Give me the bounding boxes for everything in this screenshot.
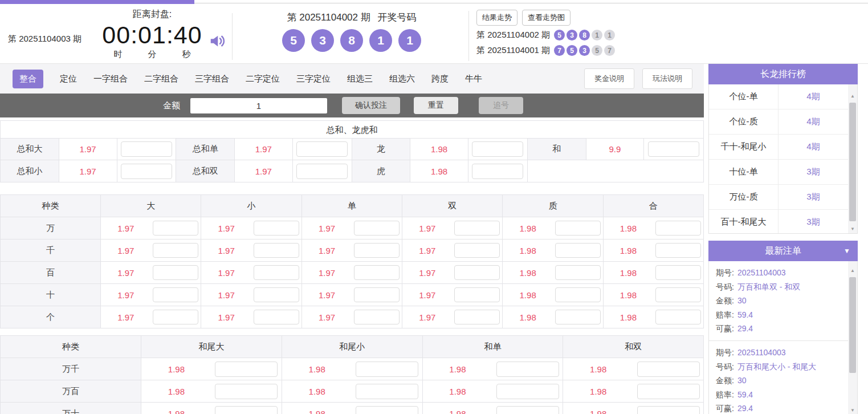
play-tab[interactable]: 一字组合 [93,70,128,88]
bet-amount-input[interactable] [454,310,500,324]
odds-value: 1.98 [604,306,654,328]
bet-amount-input[interactable] [354,243,400,258]
bet-amount-input[interactable] [354,310,400,324]
bet-amount-input[interactable] [496,406,559,414]
bet-amount-input[interactable] [496,384,559,399]
odds-value: 1.98 [410,160,468,182]
scroll-up-icon[interactable]: ▲ [848,266,857,275]
bet-amount-input[interactable] [153,265,198,280]
bet-amount-input[interactable] [254,310,299,324]
bet-amount-input[interactable] [296,141,348,157]
play-tab[interactable]: 定位 [60,70,77,88]
speaker-icon[interactable] [209,33,226,50]
bet-amount-input[interactable] [215,362,278,377]
bet-amount-input[interactable] [356,362,418,377]
bet-amount-input[interactable] [637,406,700,414]
scrollbar-thumb[interactable] [849,103,856,221]
scroll-down-icon[interactable]: ▼ [848,224,857,233]
bet-amount-input[interactable] [215,384,278,399]
bet-amount-input[interactable] [354,221,400,236]
bet-amount-input[interactable] [655,287,701,302]
column-header: 质 [503,195,603,217]
bet-amount-input[interactable] [121,141,172,157]
bet-amount-input[interactable] [153,243,198,258]
bet-amount-input[interactable] [354,287,400,302]
collapse-caret-icon[interactable]: ▼ [843,247,850,255]
orders-scrollbar[interactable]: ▲ ▼ [848,261,857,414]
play-tab[interactable]: 三字定位 [296,70,331,88]
bet-amount-input[interactable] [454,265,500,280]
bet-amount-input[interactable] [454,221,500,236]
odds-value: 1.98 [141,403,211,414]
scroll-up-icon[interactable]: ▲ [848,91,857,100]
bet-amount-input[interactable] [254,243,299,258]
order-field-label: 赔率: [716,308,734,322]
bet-amount-input[interactable] [472,164,523,179]
odds-cell: 1.98 [563,403,703,414]
bet-amount-input[interactable] [121,164,172,179]
bet-amount-input[interactable] [555,310,601,324]
bet-input-cell [211,358,282,380]
bet-amount-input[interactable] [655,221,701,236]
bet-amount-input[interactable] [153,287,198,302]
dragon-scrollbar[interactable]: ▲ ▼ [848,84,857,233]
bet-amount-input[interactable] [637,384,700,399]
table-header: 种类 和尾大 和尾小 和单 和双 [1,336,703,358]
bet-amount-input[interactable] [215,406,278,414]
bet-amount-input[interactable] [655,243,701,258]
bet-amount-input[interactable] [496,362,559,377]
play-tab[interactable]: 组选六 [389,70,415,88]
odds-value: 1.98 [503,240,553,261]
scrollbar-thumb[interactable] [849,277,856,373]
prize-info-button[interactable]: 奖金说明 [584,68,634,89]
bet-amount-input[interactable] [454,287,500,302]
bet-amount-input[interactable] [472,141,523,157]
bet-amount-input[interactable] [454,243,500,258]
bet-amount-input[interactable] [296,164,348,179]
play-tab[interactable]: 整合 [13,70,43,88]
bet-amount-input[interactable] [555,265,601,280]
bet-amount-input[interactable] [655,265,701,280]
play-tab[interactable]: 组选三 [347,70,373,88]
bet-amount-input[interactable] [356,384,418,399]
reset-button[interactable]: 重置 [414,97,458,114]
bet-amount-input[interactable] [254,221,299,236]
play-tab[interactable]: 三字组合 [195,70,229,88]
dragon-panel-title: 长龙排行榜 [708,64,858,84]
bet-amount-input[interactable] [655,310,701,324]
view-trend-chart-button[interactable]: 查看走势图 [522,10,570,26]
bet-amount-input[interactable] [648,141,699,157]
odds-value: 1.97 [402,217,453,239]
scroll-down-icon[interactable]: ▼ [848,405,857,414]
odds-value: 1.97 [201,240,251,261]
order-line: 可赢: 29.4 [716,322,848,336]
play-tab[interactable]: 二字定位 [246,70,280,88]
countdown-unit-second: 秒 [182,49,191,60]
bet-amount-input[interactable] [555,287,601,302]
history-panel: 结果走势 查看走势图 第 20251104002 期 5 3 8 1 1 [476,10,615,56]
odds-cell: 1.97 [201,262,301,283]
result-trend-button[interactable]: 结果走势 [476,10,517,26]
bet-amount-input[interactable] [555,243,601,258]
bet-input-cell [151,240,201,261]
play-tab[interactable]: 牛牛 [465,70,482,88]
dragon-streak-count: 4期 [779,135,848,159]
rules-info-button[interactable]: 玩法说明 [642,68,692,89]
order-period-value: 20251104003 [737,266,786,280]
draw-ball: 1 [398,29,421,52]
bet-amount-input[interactable] [254,287,299,302]
play-tab[interactable]: 二字组合 [144,70,178,88]
bet-input-cell [653,306,703,328]
amount-input[interactable] [190,98,327,113]
bet-amount-input[interactable] [555,221,601,236]
chase-number-button[interactable]: 追号 [479,97,523,114]
history-period-label: 第 20251104002 期 [476,30,550,40]
bet-amount-input[interactable] [254,265,299,280]
bet-amount-input[interactable] [354,265,400,280]
bet-amount-input[interactable] [356,406,418,414]
bet-amount-input[interactable] [153,221,198,236]
play-tab[interactable]: 跨度 [431,70,449,88]
bet-amount-input[interactable] [637,362,700,377]
confirm-bet-button[interactable]: 确认投注 [342,97,400,114]
bet-amount-input[interactable] [153,310,198,324]
